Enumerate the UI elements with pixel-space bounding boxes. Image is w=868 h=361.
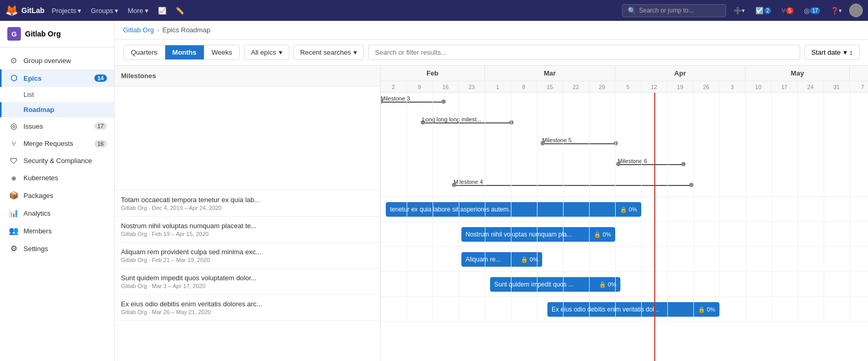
epic-chart-row: Ex eius odio debitis enim veritatis dol.… xyxy=(381,297,868,322)
sidebar-item-label: Packages xyxy=(23,192,107,200)
sidebar-item-merge-requests[interactable]: ⑂ Merge Requests 16 xyxy=(0,135,114,152)
milestone-bar xyxy=(618,164,683,165)
kubernetes-icon: ⎈ xyxy=(9,173,18,182)
help[interactable]: ❓▾ xyxy=(827,5,845,17)
gantt-right-panel: FebMarAprMayJunJulAug 291623181522295121… xyxy=(381,66,868,361)
milestone-bar xyxy=(381,102,443,103)
milestone-dot-end xyxy=(681,162,686,166)
sidebar-item-kubernetes[interactable]: ⎈ Kubernetes xyxy=(0,169,114,186)
sidebar-item-packages[interactable]: 📦 Packages xyxy=(0,186,114,204)
date-col: 29 xyxy=(589,81,615,92)
recent-searches-dropdown[interactable]: Recent searches ▾ xyxy=(294,45,364,60)
sidebar-item-label: Epics xyxy=(23,74,89,82)
epic-bar[interactable]: Ex eius odio debitis enim veritatis dol.… xyxy=(547,302,719,317)
epic-bar-label: Aliquam re... xyxy=(466,256,518,263)
start-date-sort[interactable]: Start date ▾ ↕ xyxy=(804,45,860,60)
sidebar-item-security[interactable]: 🛡 Security & Compliance xyxy=(0,152,114,169)
epic-bar-label: Sunt quidem impedit quos ... xyxy=(494,281,596,288)
milestone-label: Milestone 6 xyxy=(618,158,647,164)
merge-requests-count: 16 xyxy=(94,140,107,147)
sidebar-nav: ⊙ Group overview ⬡ Epics 14 List Roadmap… xyxy=(0,47,114,262)
nav-groups[interactable]: Groups ▾ xyxy=(87,5,123,17)
date-col: 1 xyxy=(485,81,511,92)
user-avatar[interactable] xyxy=(849,4,863,17)
issues-icon: ◎ xyxy=(9,121,18,131)
view-months[interactable]: Months xyxy=(165,45,204,59)
date-col: 22 xyxy=(563,81,589,92)
sidebar-item-issues[interactable]: ◎ Issues 17 xyxy=(0,117,114,135)
sidebar-item-label: Analytics xyxy=(23,209,107,217)
brand-label: GitLab xyxy=(21,6,44,15)
milestone-dot-end xyxy=(442,99,446,104)
epic-bar[interactable]: Nostrum nihil voluptas numquam pla...🔒 0… xyxy=(461,227,615,242)
date-col: 26 xyxy=(693,81,719,92)
date-col: 10 xyxy=(745,81,772,92)
epic-chart-row: Aliquam re...🔒 0% xyxy=(381,247,868,272)
brand[interactable]: 🦊 GitLab xyxy=(5,4,44,17)
sidebar-item-label: Group overview xyxy=(23,57,107,65)
epic-bar-lock: 🔒 0% xyxy=(594,231,611,238)
sidebar-item-group-overview[interactable]: ⊙ Group overview xyxy=(0,52,114,69)
milestone-dot-end xyxy=(689,183,693,187)
sidebar-item-roadmap[interactable]: Roadmap xyxy=(0,102,114,117)
date-col: 3 xyxy=(719,81,745,92)
epic-bar-lock: 🔒 0% xyxy=(698,306,715,313)
epic-bar[interactable]: tenetur ex quia labore sit asperiores au… xyxy=(386,202,641,217)
sidebar-item-label: Merge Requests xyxy=(23,140,89,147)
milestone-label: Milestone 4 xyxy=(454,179,483,185)
epic-bar[interactable]: Sunt quidem impedit quos ...🔒 0% xyxy=(490,277,620,292)
date-col: 8 xyxy=(511,81,537,92)
merge-requests[interactable]: ⑂5 xyxy=(778,5,797,17)
nav-projects[interactable]: Projects ▾ xyxy=(47,5,85,17)
epic-rows: tenetur ex quia labore sit asperiores au… xyxy=(381,197,868,322)
settings-icon: ⚙ xyxy=(9,244,18,253)
gantt-wrapper: Milestones Totam occaecati tempora tenet… xyxy=(115,66,868,361)
epic-bar[interactable]: Aliquam re...🔒 0% xyxy=(461,252,542,267)
milestone-bar xyxy=(422,122,511,123)
sidebar-item-label: Settings xyxy=(23,245,107,253)
epic-row-4: Ex eius odio debitis enim veritatis dolo… xyxy=(115,295,380,321)
nav-snippets[interactable]: ✏️ xyxy=(172,5,188,17)
sidebar-item-settings[interactable]: ⚙ Settings xyxy=(0,240,114,257)
view-weeks[interactable]: Weeks xyxy=(204,45,240,59)
date-col: 17 xyxy=(772,81,798,92)
view-quarters[interactable]: Quarters xyxy=(124,45,165,59)
issues-count: 17 xyxy=(94,122,107,130)
roadmap-label: Roadmap xyxy=(23,106,54,114)
sidebar-item-label: Security & Compliance xyxy=(23,157,107,165)
sidebar-item-members[interactable]: 👥 Members xyxy=(0,222,114,240)
nav-more[interactable]: More ▾ xyxy=(124,5,153,17)
main-content: Gitlab Org › Epics Roadmap Quarters Mont… xyxy=(115,21,868,361)
todos[interactable]: ☑️2 xyxy=(752,5,775,17)
epic-bar-label: Ex eius odio debitis enim veritatis dol.… xyxy=(552,306,695,313)
gantt-left-header: Milestones xyxy=(115,66,380,86)
date-col: 5 xyxy=(615,81,641,92)
month-mar: Mar xyxy=(485,66,615,81)
epic-bar-label: Nostrum nihil voluptas numquam pla... xyxy=(466,231,591,238)
sidebar: G Gitlab Org ⊙ Group overview ⬡ Epics 14… xyxy=(0,21,115,361)
date-col: 23 xyxy=(459,81,485,92)
epic-chart-row: Sunt quidem impedit quos ...🔒 0% xyxy=(381,272,868,297)
filter-search-input[interactable] xyxy=(368,45,800,60)
nav-activity[interactable]: 📈 xyxy=(154,5,170,17)
members-icon: 👥 xyxy=(9,226,18,235)
breadcrumb-parent[interactable]: Gitlab Org xyxy=(123,26,154,34)
month-feb: Feb xyxy=(381,66,485,81)
milestones-section xyxy=(115,86,380,191)
org-icon: G xyxy=(7,27,21,41)
all-epics-filter[interactable]: All epics ▾ xyxy=(244,45,289,60)
milestone-dot-end xyxy=(614,141,618,145)
packages-icon: 📦 xyxy=(9,191,18,200)
global-search[interactable]: 🔍 Search or jump to... xyxy=(622,4,726,17)
milestone-bar xyxy=(454,185,691,186)
sidebar-item-epics[interactable]: ⬡ Epics 14 xyxy=(0,69,114,87)
sidebar-item-list[interactable]: List xyxy=(0,87,114,102)
issues[interactable]: ◎17 xyxy=(801,5,823,17)
epics-icon: ⬡ xyxy=(9,73,18,83)
month-jun: Jun xyxy=(850,66,868,81)
milestone-dot-end xyxy=(509,120,514,125)
sidebar-item-label: Issues xyxy=(23,122,89,130)
timeline-months: FebMarAprMayJunJulAug xyxy=(381,66,868,81)
new-menu[interactable]: ➕ ▾ xyxy=(730,5,748,17)
sidebar-item-analytics[interactable]: 📊 Analytics xyxy=(0,204,114,222)
